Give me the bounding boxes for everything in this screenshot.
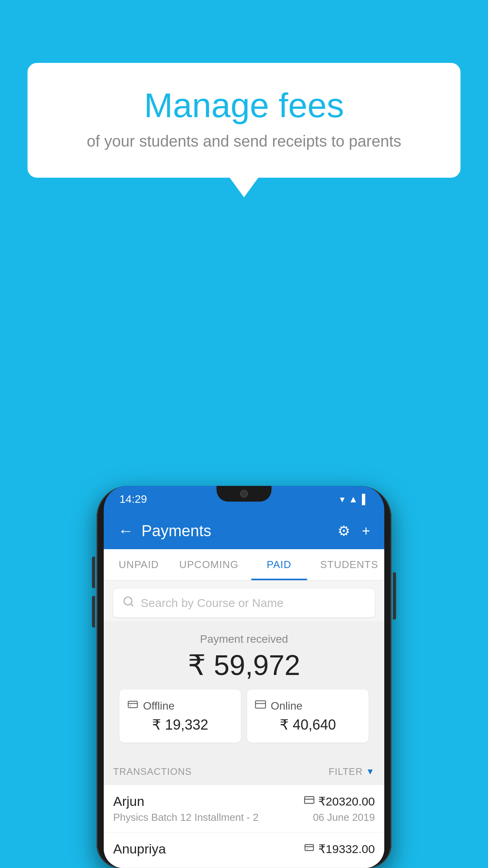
- course-info: Physics Batch 12 Installment - 2: [113, 811, 259, 824]
- filter-icon: ▼: [366, 767, 375, 777]
- phone-wrapper: 14:29 ▾ ▲ ▌ ← Payments ⚙ +: [97, 486, 391, 868]
- tabs: UNPAID UPCOMING PAID STUDENTS: [104, 549, 384, 581]
- student-name: Anupriya: [113, 841, 166, 857]
- payment-summary: Payment received ₹ 59,972: [104, 621, 384, 758]
- offline-label: Offline: [143, 700, 174, 712]
- transaction-bottom: Physics Batch 12 Installment - 2 06 June…: [113, 811, 375, 824]
- transactions-header: TRANSACTIONS FILTER ▼: [104, 758, 384, 785]
- volume-up-button[interactable]: [92, 557, 95, 588]
- payment-amount: ₹ 59,972: [112, 649, 376, 682]
- power-button[interactable]: [393, 572, 396, 620]
- online-card-header: Online: [255, 699, 361, 713]
- header-actions: ⚙ +: [338, 523, 370, 539]
- notch: [216, 486, 272, 502]
- offline-amount: ₹ 19,332: [127, 717, 233, 733]
- svg-rect-7: [305, 796, 314, 803]
- status-bar: 14:29 ▾ ▲ ▌: [104, 486, 384, 513]
- gear-icon[interactable]: ⚙: [338, 523, 350, 539]
- volume-down-button[interactable]: [92, 596, 95, 627]
- online-icon: [255, 699, 266, 713]
- transactions-label: TRANSACTIONS: [113, 766, 192, 777]
- offline-icon: [127, 699, 138, 713]
- svg-rect-9: [305, 844, 314, 850]
- status-icons: ▾ ▲ ▌: [340, 494, 369, 505]
- payment-type-icon: [304, 795, 314, 808]
- payment-type-icon: [304, 842, 314, 855]
- payment-label: Payment received: [112, 633, 376, 645]
- speech-bubble: Manage fees of your students and send re…: [28, 63, 460, 178]
- offline-card-header: Offline: [127, 699, 233, 713]
- add-icon[interactable]: +: [362, 523, 370, 539]
- signal-icon: ▲: [349, 494, 358, 505]
- app-header: ← Payments ⚙ +: [104, 513, 384, 549]
- online-card: Online ₹ 40,640: [247, 690, 369, 743]
- bubble-subtitle: of your students and send receipts to pa…: [47, 132, 441, 150]
- camera-notch: [240, 490, 248, 498]
- offline-card: Offline ₹ 19,332: [119, 690, 241, 743]
- search-bar[interactable]: Search by Course or Name: [113, 588, 375, 617]
- svg-line-1: [131, 604, 133, 606]
- online-amount: ₹ 40,640: [255, 717, 361, 733]
- amount-right: ₹19332.00: [304, 842, 375, 856]
- transaction-top: Anupriya ₹19332.00: [113, 841, 375, 857]
- transaction-top: Arjun ₹20320.00: [113, 794, 375, 809]
- filter-button[interactable]: FILTER ▼: [328, 766, 375, 777]
- filter-label: FILTER: [328, 766, 363, 777]
- search-input[interactable]: Search by Course or Name: [141, 596, 284, 610]
- battery-icon: ▌: [362, 494, 369, 505]
- wifi-icon: ▾: [340, 494, 345, 505]
- transaction-amount: ₹19332.00: [318, 842, 375, 856]
- tab-unpaid[interactable]: UNPAID: [104, 549, 174, 580]
- back-arrow-icon: ←: [118, 522, 134, 540]
- svg-rect-5: [255, 701, 266, 708]
- phone-outer: 14:29 ▾ ▲ ▌ ← Payments ⚙ +: [97, 486, 391, 868]
- date-info: 06 June 2019: [313, 811, 375, 824]
- tab-paid[interactable]: PAID: [244, 549, 314, 580]
- amount-right: ₹20320.00: [304, 794, 375, 808]
- status-time: 14:29: [119, 493, 147, 506]
- tab-upcoming[interactable]: UPCOMING: [174, 549, 244, 580]
- back-button[interactable]: ←: [118, 522, 134, 540]
- transaction-row[interactable]: Arjun ₹20320.00 Physics Batch 12 Install…: [104, 785, 384, 833]
- app-screen: ← Payments ⚙ + UNPAID UPCOMING PAID STUD…: [104, 513, 384, 868]
- svg-rect-2: [128, 701, 137, 708]
- bubble-title: Manage fees: [47, 86, 441, 125]
- payment-cards: Offline ₹ 19,332: [112, 690, 376, 750]
- transaction-amount: ₹20320.00: [318, 794, 375, 808]
- search-icon: [123, 596, 134, 610]
- page-title: Payments: [141, 522, 338, 540]
- online-label: Online: [271, 700, 303, 712]
- student-name: Arjun: [113, 794, 144, 809]
- tab-students[interactable]: STUDENTS: [314, 549, 385, 580]
- transaction-row[interactable]: Anupriya ₹19332.00: [104, 833, 384, 868]
